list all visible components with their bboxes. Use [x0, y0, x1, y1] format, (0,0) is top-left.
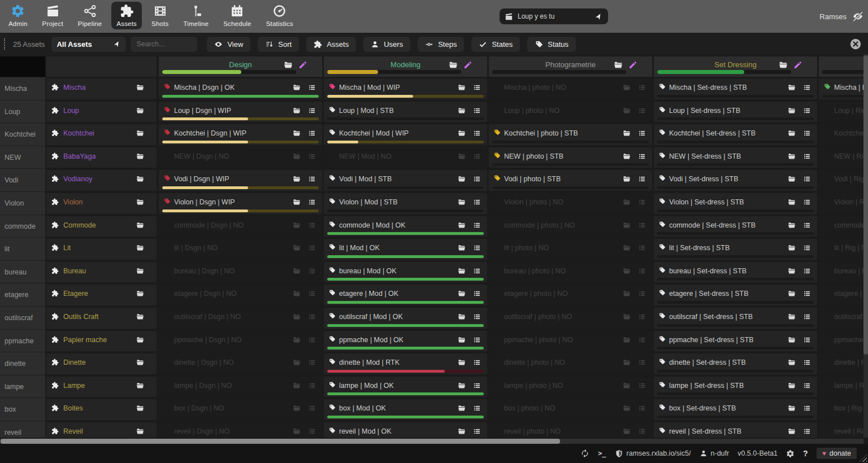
status-cell[interactable]: outilscraf | Rig | NO — [819, 308, 863, 329]
filter-button-states[interactable]: States — [471, 37, 520, 52]
list-icon[interactable] — [473, 267, 481, 275]
folder-icon[interactable] — [623, 244, 631, 252]
status-cell[interactable]: Loup | Set-dress | STB — [654, 102, 817, 123]
step-header-modeling[interactable]: Modeling — [324, 56, 487, 77]
folder-icon[interactable] — [293, 382, 301, 390]
folder-icon[interactable] — [458, 198, 466, 206]
list-icon[interactable] — [638, 427, 646, 435]
status-cell[interactable]: bureau | Mod | OK — [324, 262, 487, 283]
list-icon[interactable] — [473, 221, 481, 229]
list-icon[interactable] — [308, 244, 316, 252]
step-header-set-dressing[interactable]: Set Dressing — [654, 56, 817, 77]
folder-icon[interactable] — [623, 198, 631, 206]
eye-off-icon[interactable] — [852, 11, 863, 22]
folder-icon[interactable] — [623, 107, 631, 115]
list-icon[interactable] — [638, 198, 646, 206]
folder-icon[interactable] — [788, 84, 796, 91]
status-cell[interactable]: Loup | Rig | NO — [819, 102, 863, 123]
list-icon[interactable] — [473, 290, 481, 298]
status-cell[interactable]: box | Set-dress | STB — [654, 399, 817, 420]
folder-icon[interactable] — [458, 175, 466, 183]
status-cell[interactable]: Vodi | Dsgn | WIP — [159, 170, 322, 191]
folder-icon[interactable] — [136, 152, 144, 160]
status-cell[interactable]: Vodi | Mod | STB — [324, 170, 487, 191]
project-selector[interactable]: Loup y es tu — [500, 8, 608, 24]
folder-icon[interactable] — [623, 359, 631, 366]
list-icon[interactable] — [473, 198, 481, 206]
folder-icon[interactable] — [788, 244, 796, 252]
asset-item-lampe[interactable]: Lampe — [46, 377, 157, 398]
status-cell[interactable]: Vodi | photo | STB — [489, 170, 652, 191]
status-cell[interactable]: dinette | photo | NO — [489, 353, 652, 374]
asset-item-vodianoy[interactable]: Vodianoy — [46, 170, 157, 191]
list-icon[interactable] — [473, 404, 481, 412]
row-header-mischa[interactable]: Mischa — [0, 77, 45, 101]
list-icon[interactable] — [803, 198, 811, 206]
asset-group-filter[interactable]: All Assets — [51, 37, 126, 52]
pencil-icon[interactable] — [463, 60, 472, 69]
folder-icon[interactable] — [788, 359, 796, 366]
status-cell[interactable]: etagere | photo | NO — [489, 285, 652, 305]
folder-icon[interactable] — [136, 267, 144, 275]
list-icon[interactable] — [473, 107, 481, 115]
folder-icon[interactable] — [458, 382, 466, 390]
folder-icon[interactable] — [623, 313, 631, 321]
folder-icon[interactable] — [293, 404, 301, 412]
folder-icon[interactable] — [458, 336, 466, 344]
refresh-icon[interactable] — [580, 449, 589, 458]
status-cell[interactable]: Mischa | Dsgn | OK — [159, 78, 322, 99]
status-cell[interactable]: dinette | Rig | NO — [819, 353, 863, 374]
asset-item-outils-craft[interactable]: Outils Craft — [46, 308, 157, 329]
list-icon[interactable] — [803, 84, 811, 91]
folder-icon[interactable] — [293, 290, 301, 298]
folder-icon[interactable] — [449, 60, 458, 69]
drag-handle[interactable] — [4, 38, 8, 50]
folder-icon[interactable] — [458, 221, 466, 229]
tool-tab-statistics[interactable]: Statistics — [261, 2, 298, 29]
search-input[interactable] — [131, 37, 197, 52]
step-header-photogrametrie[interactable]: Photogrametrie — [489, 56, 652, 77]
folder-icon[interactable] — [623, 175, 631, 183]
list-icon[interactable] — [638, 175, 646, 183]
row-header-new[interactable]: NEW — [0, 146, 45, 169]
row-header-outilscraf[interactable]: outilscraf — [0, 307, 45, 330]
row-header-dinette[interactable]: dinette — [0, 352, 45, 375]
folder-icon[interactable] — [623, 129, 631, 137]
status-cell[interactable]: commode | Set-dress | STB — [654, 216, 817, 237]
row-header-lit[interactable]: lit — [0, 238, 45, 261]
folder-icon[interactable] — [458, 152, 466, 160]
list-icon[interactable] — [308, 129, 316, 137]
list-icon[interactable] — [308, 290, 316, 298]
folder-icon[interactable] — [136, 129, 144, 137]
list-icon[interactable] — [803, 336, 811, 344]
list-icon[interactable] — [473, 382, 481, 390]
terminal-icon[interactable]: >_ — [598, 449, 606, 457]
list-icon[interactable] — [638, 129, 646, 137]
folder-icon[interactable] — [136, 84, 144, 91]
row-header-loup[interactable]: Loup — [0, 101, 45, 124]
status-cell[interactable]: etagere | Dsgn | NO — [159, 285, 322, 305]
folder-icon[interactable] — [779, 60, 788, 69]
list-icon[interactable] — [473, 359, 481, 366]
folder-icon[interactable] — [136, 198, 144, 206]
status-cell[interactable]: etagere | Rig | NO — [819, 285, 863, 305]
status-cell[interactable]: box | photo | NO — [489, 399, 652, 420]
status-cell[interactable]: Violon | Set-dress | STB — [654, 193, 817, 214]
status-cell[interactable]: ppmache | Mod | OK — [324, 331, 487, 352]
folder-icon[interactable] — [623, 267, 631, 275]
status-cell[interactable]: lampe | Set-dress | STB — [654, 377, 817, 398]
folder-icon[interactable] — [293, 198, 301, 206]
status-cell[interactable]: dinette | Dsgn | NO — [159, 353, 322, 374]
folder-icon[interactable] — [293, 221, 301, 229]
list-icon[interactable] — [638, 313, 646, 321]
row-header-box[interactable]: box — [0, 398, 45, 421]
list-icon[interactable] — [308, 221, 316, 229]
status-cell[interactable]: lampe | photo | NO — [489, 377, 652, 398]
list-icon[interactable] — [308, 336, 316, 344]
status-cell[interactable]: reveil | Mod | OK — [324, 422, 487, 438]
status-cell[interactable]: etagere | Set-dress | STB — [654, 285, 817, 305]
filter-button-users[interactable]: Users — [363, 37, 410, 52]
status-cell[interactable]: lampe | Mod | OK — [324, 377, 487, 398]
asset-item-boites[interactable]: Boites — [46, 399, 157, 420]
folder-icon[interactable] — [458, 244, 466, 252]
